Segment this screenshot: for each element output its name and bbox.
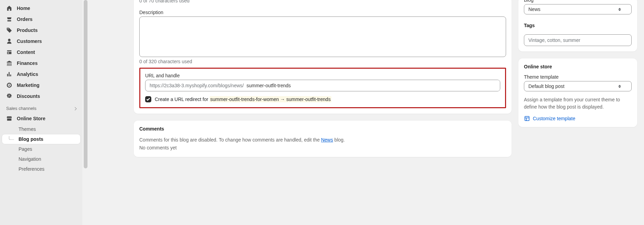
blog-label: Blog	[524, 0, 632, 3]
tags-heading: Tags	[524, 23, 632, 28]
tag-icon	[6, 27, 12, 33]
template-help-text: Assign a template from your current them…	[524, 96, 632, 111]
nav-home[interactable]: Home	[0, 3, 82, 14]
nav-finances[interactable]: Finances	[0, 58, 82, 69]
discount-icon	[6, 93, 12, 99]
analytics-icon	[6, 71, 12, 77]
orders-icon	[6, 16, 12, 22]
home-icon	[6, 5, 12, 11]
comments-heading: Comments	[139, 126, 506, 132]
nav-content[interactable]: Content	[0, 47, 82, 58]
nav-products[interactable]: Products	[0, 25, 82, 36]
nav-analytics[interactable]: Analytics	[0, 69, 82, 80]
blog-select[interactable]: News	[524, 4, 632, 14]
url-redirect-highlight: URL and handle https://2c3a38-3.myshopif…	[139, 68, 506, 108]
no-comments-text: No comments yet	[139, 144, 506, 151]
nav-label: Home	[17, 5, 30, 11]
subnav-navigation[interactable]: Navigation	[2, 154, 80, 164]
online-store-heading: Online store	[524, 64, 632, 69]
blog-card: Blog News Tags	[518, 0, 637, 52]
target-icon	[6, 82, 12, 88]
subnav-pages[interactable]: Pages	[2, 144, 80, 154]
select-caret-icon	[618, 85, 621, 88]
nav-orders[interactable]: Orders	[0, 14, 82, 25]
section-label: Sales channels	[6, 106, 36, 111]
online-store-card: Online store Theme template Default blog…	[518, 58, 637, 127]
description-char-counter: 0 of 320 characters used	[139, 59, 506, 64]
subnav-themes[interactable]: Themes	[2, 124, 80, 134]
theme-template-value: Default blog post	[528, 83, 564, 89]
nav-label: Orders	[17, 16, 33, 22]
news-blog-link[interactable]: News	[321, 137, 333, 143]
nav-label: Content	[17, 49, 35, 55]
url-prefix: https://2c3a38-3.myshopify.com/blogs/new…	[145, 80, 245, 91]
blog-selected-value: News	[528, 7, 540, 12]
url-handle-label: URL and handle	[145, 73, 500, 78]
nav-label: Analytics	[17, 71, 38, 77]
tags-input[interactable]	[524, 34, 632, 46]
nav-label: Marketing	[17, 82, 39, 88]
seo-card: 0 of 70 characters used Description 0 of…	[134, 0, 512, 114]
description-textarea[interactable]	[139, 16, 506, 57]
url-handle-input[interactable]	[245, 80, 500, 91]
content-icon	[6, 49, 12, 55]
customize-template-link[interactable]: Customize template	[524, 115, 632, 122]
theme-template-select[interactable]: Default blog post	[524, 81, 632, 91]
nav-label: Online Store	[17, 116, 45, 121]
person-icon	[6, 38, 12, 44]
svg-rect-0	[525, 116, 529, 121]
redirect-checkbox[interactable]	[145, 96, 151, 102]
url-handle-field[interactable]: https://2c3a38-3.myshopify.com/blogs/new…	[145, 80, 500, 91]
scrollbar-thumb[interactable]	[84, 0, 87, 168]
nav-marketing[interactable]: Marketing	[0, 80, 82, 91]
theme-template-label: Theme template	[524, 74, 632, 80]
store-icon	[6, 115, 12, 122]
nav-label: Finances	[17, 60, 38, 66]
nav-online-store[interactable]: Online Store	[0, 113, 82, 124]
sidebar: Home Orders Products Customers Content F…	[0, 0, 82, 225]
nav-label: Discounts	[17, 93, 40, 99]
subnav-preferences[interactable]: Preferences	[2, 164, 80, 174]
comments-card: Comments Comments for this blog are disa…	[134, 121, 512, 157]
layout-icon	[524, 115, 530, 122]
nav-customers[interactable]: Customers	[0, 36, 82, 47]
nav-label: Products	[17, 27, 38, 33]
sales-channels-header: Sales channels	[0, 102, 82, 113]
redirect-from-handle: summer-outfit-trends-for-women → summer-…	[210, 96, 331, 102]
nav-discounts[interactable]: Discounts	[0, 91, 82, 102]
chevron-right-icon[interactable]	[74, 106, 76, 111]
subnav-blog-posts[interactable]: Blog posts	[2, 134, 80, 144]
title-char-counter: 0 of 70 characters used	[139, 0, 506, 3]
comments-body: Comments for this blog are disabled. To …	[139, 136, 506, 144]
description-label: Description	[139, 10, 506, 15]
select-caret-icon	[618, 8, 621, 11]
bank-icon	[6, 60, 12, 66]
redirect-label: Create a URL redirect for summer-outfit-…	[155, 97, 331, 102]
nav-label: Customers	[17, 38, 42, 44]
customize-template-label: Customize template	[533, 116, 575, 121]
